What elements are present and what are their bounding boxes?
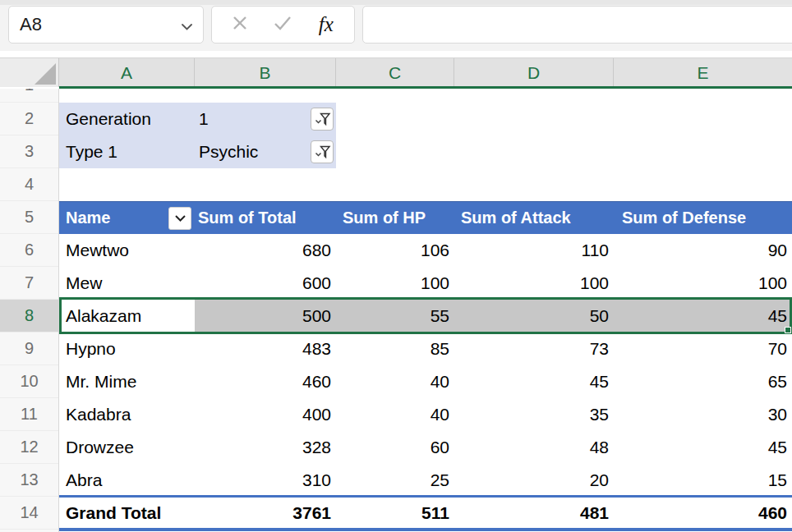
cell-defense[interactable]: 45 <box>614 431 792 464</box>
filter-label-generation[interactable]: Generation <box>66 103 151 135</box>
row-header-column: 1 2 3 4 5 6 7 8 9 10 11 12 13 14 <box>0 89 59 532</box>
cell-name[interactable]: Abra <box>59 464 195 497</box>
filter-label-type1[interactable]: Type 1 <box>66 135 117 168</box>
pivot-header-row: Name Sum of Total Sum of HP Sum of Attac… <box>59 201 792 234</box>
cell-hp[interactable]: 106 <box>336 234 454 267</box>
cell-attack[interactable]: 20 <box>454 464 614 497</box>
x-icon <box>232 15 248 34</box>
row-header-1[interactable]: 1 <box>0 89 58 103</box>
row-header-10[interactable]: 10 <box>0 365 58 398</box>
row-header-7[interactable]: 7 <box>0 267 58 300</box>
funnel-icon <box>313 143 331 161</box>
filter-value-generation[interactable]: 1 <box>199 103 209 135</box>
pivot-row-drowzee: Drowzee 328 60 48 45 <box>59 431 792 464</box>
cell-attack[interactable]: 45 <box>454 365 614 398</box>
pivot-row-kadabra: Kadabra 400 40 35 30 <box>59 398 792 431</box>
filter-value-type1[interactable]: Psychic <box>199 135 258 168</box>
row-header-3[interactable]: 3 <box>0 135 58 168</box>
cell-attack[interactable]: 110 <box>454 234 614 267</box>
cell-defense[interactable]: 15 <box>614 464 792 497</box>
column-header-b[interactable]: B <box>195 58 336 87</box>
cell-defense[interactable]: 65 <box>614 365 792 398</box>
active-cell-a8[interactable]: Alakazam <box>59 300 195 332</box>
grand-total-row: Grand Total 3761 511 481 460 <box>59 497 792 530</box>
pivot-header-attack[interactable]: Sum of Attack <box>454 202 614 234</box>
row-header-14[interactable]: 14 <box>0 497 58 530</box>
type1-filter-button[interactable] <box>311 140 334 163</box>
pivot-row-alakazam-selected: Alakazam 500 55 50 45 <box>59 300 792 332</box>
cell-name[interactable]: Mewtwo <box>59 234 195 267</box>
cell-hp[interactable]: 85 <box>336 332 454 365</box>
row-header-8[interactable]: 8 <box>0 300 58 332</box>
cell-attack[interactable]: 73 <box>454 332 614 365</box>
cell-hp[interactable]: 40 <box>336 398 454 431</box>
cell-name[interactable]: Kadabra <box>59 398 195 431</box>
excel-window: A8 fx <box>0 0 792 532</box>
pivot-header-total[interactable]: Sum of Total <box>195 202 336 234</box>
pivot-row-mew: Mew 600 100 100 100 <box>59 267 792 300</box>
cell-hp[interactable]: 100 <box>336 267 454 300</box>
cell-defense[interactable]: 45 <box>614 300 792 332</box>
cell-hp[interactable]: 55 <box>336 300 454 332</box>
cell-name[interactable]: Mew <box>59 267 195 300</box>
cell-defense[interactable]: 30 <box>614 398 792 431</box>
cell-total[interactable]: 460 <box>195 365 336 398</box>
row-header-11[interactable]: 11 <box>0 398 58 431</box>
cell-hp[interactable]: 60 <box>336 431 454 464</box>
cell-hp[interactable]: 40 <box>336 365 454 398</box>
cell-defense[interactable]: 70 <box>614 332 792 365</box>
cell-attack[interactable]: 100 <box>454 267 614 300</box>
cell-attack[interactable]: 48 <box>454 431 614 464</box>
name-box-value: A8 <box>20 14 42 35</box>
cell-total[interactable]: 500 <box>195 300 336 332</box>
generation-filter-button[interactable] <box>311 108 334 131</box>
cell-grand-total-hp[interactable]: 511 <box>336 497 454 530</box>
confirm-button[interactable] <box>269 11 297 39</box>
row-header-12[interactable]: 12 <box>0 431 58 464</box>
fill-handle[interactable] <box>785 327 791 333</box>
cell-total[interactable]: 400 <box>195 398 336 431</box>
cell-total[interactable]: 328 <box>195 431 336 464</box>
row-header-13[interactable]: 13 <box>0 464 58 497</box>
column-header-c[interactable]: C <box>336 58 454 87</box>
cancel-button[interactable] <box>226 11 254 39</box>
column-header-d[interactable]: D <box>454 58 614 87</box>
cell-name[interactable]: Drowzee <box>59 431 195 464</box>
cell-total[interactable]: 600 <box>195 267 336 300</box>
cell-hp[interactable]: 25 <box>336 464 454 497</box>
cell-defense[interactable]: 90 <box>614 234 792 267</box>
cell-name[interactable]: Hypno <box>59 332 195 365</box>
pivot-header-defense[interactable]: Sum of Defense <box>614 202 792 234</box>
insert-function-button[interactable]: fx <box>312 11 340 39</box>
column-header-a[interactable]: A <box>59 58 195 87</box>
row-header-6[interactable]: 6 <box>0 234 58 267</box>
pivot-header-name[interactable]: Name <box>59 202 195 234</box>
cell-grand-total-total[interactable]: 3761 <box>195 497 336 530</box>
select-all-corner[interactable] <box>0 58 59 87</box>
column-header-e[interactable]: E <box>614 58 792 87</box>
check-icon <box>274 16 292 34</box>
cell-grand-total-defense[interactable]: 460 <box>614 497 792 530</box>
corner-triangle-icon <box>35 63 56 85</box>
pivot-row-hypno: Hypno 483 85 73 70 <box>59 332 792 365</box>
cell-total[interactable]: 310 <box>195 464 336 497</box>
cell-grand-total-attack[interactable]: 481 <box>454 497 614 530</box>
row-header-9[interactable]: 9 <box>0 332 58 365</box>
row-header-2[interactable]: 2 <box>0 103 58 135</box>
cell-defense[interactable]: 100 <box>614 267 792 300</box>
cell-name[interactable]: Mr. Mime <box>59 365 195 398</box>
pivot-row-mewtwo: Mewtwo 680 106 110 90 <box>59 234 792 267</box>
name-box[interactable]: A8 <box>8 6 204 44</box>
cell-total[interactable]: 680 <box>195 234 336 267</box>
cell-total[interactable]: 483 <box>195 332 336 365</box>
cell-attack[interactable]: 50 <box>454 300 614 332</box>
row-header-4[interactable]: 4 <box>0 168 58 201</box>
name-column-dropdown[interactable] <box>168 207 191 230</box>
cell-grand-total-label[interactable]: Grand Total <box>59 497 195 530</box>
selected-columns-underline <box>59 86 792 89</box>
pivot-filter-area: Generation 1 Type 1 Psychic <box>59 103 336 168</box>
formula-input[interactable] <box>362 6 792 44</box>
cell-attack[interactable]: 35 <box>454 398 614 431</box>
row-header-5[interactable]: 5 <box>0 201 58 234</box>
pivot-header-hp[interactable]: Sum of HP <box>336 202 454 234</box>
